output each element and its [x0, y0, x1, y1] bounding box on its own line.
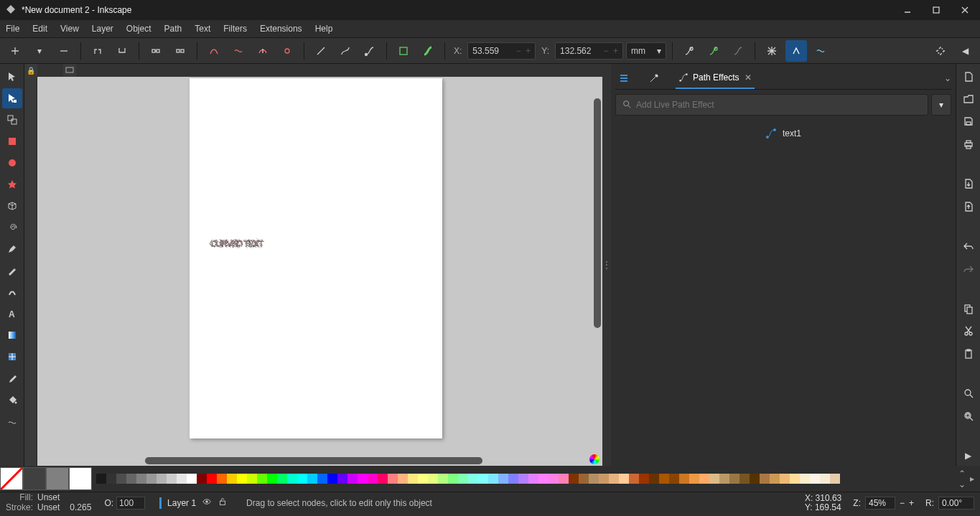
lpe-search-dropdown[interactable]: ▾ — [931, 94, 951, 116]
palette-color[interactable] — [207, 474, 217, 484]
swatch[interactable] — [46, 467, 69, 490]
stroke-to-path-button[interactable] — [417, 40, 439, 62]
tab-align[interactable] — [615, 67, 633, 89]
auto-node-button[interactable] — [276, 40, 298, 62]
palette-color[interactable] — [217, 474, 227, 484]
pen-tool[interactable] — [2, 239, 22, 259]
palette-color[interactable] — [177, 474, 187, 484]
palette-color[interactable] — [709, 474, 719, 484]
palette-color[interactable] — [528, 474, 538, 484]
paste-button[interactable] — [958, 344, 979, 363]
menu-object[interactable]: Object — [126, 24, 151, 34]
swatch[interactable] — [23, 467, 46, 490]
line-segment-button[interactable] — [310, 40, 332, 62]
opacity-input[interactable] — [116, 497, 145, 510]
palette-color[interactable] — [106, 474, 116, 484]
menu-extensions[interactable]: Extensions — [260, 24, 302, 34]
lpe-edit-button[interactable] — [727, 40, 749, 62]
palette-color[interactable] — [639, 474, 649, 484]
panel-menu-button[interactable]: ⌄ — [944, 73, 951, 83]
palette-color[interactable] — [157, 474, 167, 484]
selector-tool[interactable] — [2, 67, 22, 87]
display-button[interactable] — [63, 64, 76, 77]
lpe-search-input[interactable] — [636, 100, 922, 110]
menu-help[interactable]: Help — [315, 24, 333, 34]
units-select[interactable]: mm▾ — [626, 42, 666, 60]
ruler-vertical[interactable] — [24, 77, 37, 466]
3dbox-tool[interactable] — [2, 196, 22, 216]
palette-color[interactable] — [257, 474, 267, 484]
show-outline-button[interactable] — [810, 40, 831, 62]
undo-button[interactable] — [958, 237, 979, 256]
shape-builder-tool[interactable] — [2, 110, 22, 130]
maximize-button[interactable] — [931, 5, 941, 15]
palette-color[interactable] — [277, 474, 287, 484]
palette-color[interactable] — [136, 474, 146, 484]
spiral-tool[interactable] — [2, 217, 22, 238]
star-tool[interactable] — [2, 174, 22, 194]
open-document-button[interactable] — [958, 89, 979, 108]
palette-color[interactable] — [428, 474, 438, 484]
palette-color[interactable] — [146, 474, 157, 484]
transform-handles-button[interactable] — [761, 40, 783, 62]
palette-color[interactable] — [247, 474, 257, 484]
palette-color[interactable] — [307, 474, 317, 484]
cusp-node-button[interactable] — [203, 40, 225, 62]
palette-color[interactable] — [699, 474, 709, 484]
palette-color[interactable] — [388, 474, 398, 484]
palette-color[interactable] — [116, 474, 126, 484]
rotation-input[interactable]: 0.00° — [938, 497, 974, 510]
palette-color[interactable] — [830, 474, 840, 484]
print-button[interactable] — [958, 134, 979, 154]
new-document-button[interactable] — [958, 67, 979, 86]
palette-color[interactable] — [197, 474, 207, 484]
palette-color[interactable] — [629, 474, 639, 484]
lock-guides-button[interactable]: 🔒 — [24, 64, 37, 77]
palette-color[interactable] — [337, 474, 347, 484]
palette-color[interactable] — [579, 474, 589, 484]
rectangle-tool[interactable] — [2, 131, 22, 151]
tweak-tool[interactable] — [2, 411, 22, 431]
palette-color[interactable] — [267, 474, 277, 484]
stroke-width-value[interactable]: 0.265 — [70, 503, 91, 512]
zoom-in-button[interactable]: + — [909, 498, 914, 508]
palette-menu-button[interactable]: ▸ — [970, 474, 974, 484]
menu-edit[interactable]: Edit — [32, 24, 47, 34]
lpe-list-item[interactable]: text1 — [615, 124, 951, 143]
palette-color[interactable] — [378, 474, 388, 484]
lpe-search-box[interactable] — [615, 94, 928, 116]
snap-collapse-button[interactable]: ◀ — [954, 40, 976, 62]
palette-color[interactable] — [599, 474, 609, 484]
palette-color[interactable] — [347, 474, 358, 484]
delete-segment-button[interactable] — [169, 40, 191, 62]
minimize-button[interactable] — [902, 5, 913, 15]
palette-color[interactable] — [810, 474, 820, 484]
palette-color[interactable] — [679, 474, 689, 484]
palette-color[interactable] — [549, 474, 559, 484]
palette-color[interactable] — [659, 474, 669, 484]
palette-color[interactable] — [227, 474, 237, 484]
palette-color[interactable] — [770, 474, 780, 484]
tab-path-effects[interactable]: Path Effects ✕ — [676, 67, 755, 89]
palette-color[interactable] — [468, 474, 478, 484]
y-coord-input[interactable]: 132.562− + — [555, 42, 623, 60]
palette-color[interactable] — [780, 474, 790, 484]
palette-color[interactable] — [187, 474, 197, 484]
palette-color[interactable] — [398, 474, 408, 484]
layer-indicator[interactable]: Layer 1 — [159, 497, 228, 509]
dropper-tool[interactable] — [2, 368, 22, 388]
fill-value[interactable]: Unset — [37, 493, 60, 502]
node-tool[interactable] — [2, 88, 22, 108]
snap-menu-button[interactable] — [930, 40, 951, 62]
menu-layer[interactable]: Layer — [92, 24, 113, 34]
palette-color[interactable] — [800, 474, 810, 484]
palette-color[interactable] — [498, 474, 508, 484]
menu-file[interactable]: File — [6, 24, 19, 34]
palette-color[interactable] — [669, 474, 679, 484]
palette-color[interactable] — [760, 474, 770, 484]
palette-color[interactable] — [478, 474, 488, 484]
stroke-value[interactable]: Unset — [37, 503, 60, 512]
palette-color[interactable] — [368, 474, 378, 484]
insert-node-menu[interactable]: ▾ — [29, 40, 50, 62]
zoom-drawing-button[interactable] — [958, 406, 979, 426]
